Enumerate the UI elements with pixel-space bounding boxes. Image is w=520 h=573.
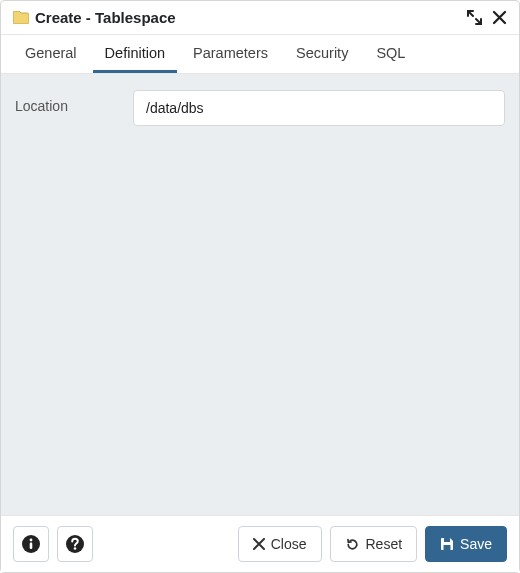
info-button[interactable]: [13, 526, 49, 562]
location-input[interactable]: [133, 90, 505, 126]
reset-button[interactable]: Reset: [330, 526, 418, 562]
info-icon: [21, 534, 41, 554]
close-button-label: Close: [271, 536, 307, 552]
svg-point-1: [30, 539, 33, 542]
svg-rect-6: [444, 545, 451, 550]
tab-parameters[interactable]: Parameters: [181, 35, 280, 73]
save-button[interactable]: Save: [425, 526, 507, 562]
close-icon[interactable]: [492, 10, 507, 25]
reset-button-label: Reset: [366, 536, 403, 552]
reset-icon: [345, 537, 360, 552]
location-row: Location: [15, 90, 505, 499]
location-label: Location: [15, 90, 133, 114]
save-button-label: Save: [460, 536, 492, 552]
create-tablespace-dialog: Create - Tablespace General Definition P…: [0, 0, 520, 573]
footer: Close Reset Save: [1, 515, 519, 572]
tab-sql[interactable]: SQL: [364, 35, 417, 73]
close-x-icon: [253, 538, 265, 550]
tab-general[interactable]: General: [13, 35, 89, 73]
help-icon: [65, 534, 85, 554]
help-button[interactable]: [57, 526, 93, 562]
tabbar: General Definition Parameters Security S…: [1, 35, 519, 74]
title-controls: [467, 10, 507, 25]
svg-rect-5: [444, 538, 450, 542]
dialog-title: Create - Tablespace: [35, 9, 467, 26]
close-button[interactable]: Close: [238, 526, 322, 562]
tab-definition[interactable]: Definition: [93, 35, 177, 73]
save-icon: [440, 537, 454, 551]
expand-icon[interactable]: [467, 10, 482, 25]
folder-icon: [13, 11, 29, 24]
tab-security[interactable]: Security: [284, 35, 360, 73]
titlebar: Create - Tablespace: [1, 1, 519, 35]
dialog-body: Location: [1, 74, 519, 515]
svg-point-4: [74, 547, 77, 550]
svg-rect-2: [30, 543, 33, 549]
